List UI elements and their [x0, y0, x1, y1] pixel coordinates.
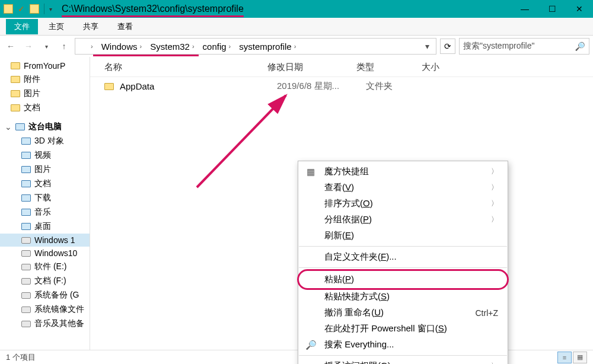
menu-item[interactable]: 分组依据(P)〉: [298, 212, 508, 228]
up-button[interactable]: ↑: [57, 39, 71, 53]
device-icon: [21, 194, 31, 202]
sidebar-item[interactable]: 系统备份 (G: [0, 288, 90, 302]
content-pane[interactable]: 名称 修改日期 类型 大小 AppData2019/6/8 星期...文件夹 ▦…: [90, 57, 593, 350]
file-row[interactable]: AppData2019/6/8 星期...文件夹: [90, 77, 593, 95]
sidebar-label: 这台电脑: [28, 122, 62, 132]
menu-item[interactable]: 刷新(E): [298, 228, 508, 244]
sidebar-item[interactable]: 桌面: [0, 219, 90, 234]
sidebar-item-label: 桌面: [34, 221, 51, 232]
folder-icon: [11, 90, 20, 97]
chevron-right-icon: 〉: [491, 361, 498, 364]
menu-item[interactable]: ▦魔方快捷组〉: [298, 164, 508, 180]
search-input[interactable]: 搜索"systemprofile" 🔍: [459, 38, 589, 55]
sidebar-item-label: 图片: [24, 88, 40, 99]
device-icon: [21, 152, 31, 159]
drive-icon: [21, 264, 31, 270]
sidebar-item-label: 图片: [34, 164, 51, 175]
tab-home[interactable]: 主页: [40, 19, 72, 34]
device-icon: [21, 166, 31, 173]
folder-icon-2: [30, 4, 39, 14]
chevron-right-icon: 〉: [491, 199, 498, 209]
menu-separator: [299, 355, 507, 356]
sidebar-item-label: 文档: [34, 178, 51, 189]
menu-item[interactable]: 排序方式(O)〉: [298, 196, 508, 212]
checkbox-icon[interactable]: ✓: [18, 4, 25, 14]
folder-icon: [11, 76, 20, 83]
sidebar-item[interactable]: 系统镜像文件: [0, 302, 90, 317]
sidebar-item[interactable]: 附件: [0, 72, 90, 87]
sidebar-item[interactable]: 文档: [0, 177, 90, 191]
sidebar-item[interactable]: 视频: [0, 148, 90, 162]
col-size[interactable]: 大小: [422, 62, 579, 73]
minimize-button[interactable]: —: [511, 0, 538, 18]
sidebar-item[interactable]: 3D 对象: [0, 134, 90, 148]
icons-view-button[interactable]: ▦: [573, 352, 587, 363]
maximize-button[interactable]: ☐: [538, 0, 566, 18]
details-view-button[interactable]: ≡: [557, 352, 572, 363]
dropdown-icon[interactable]: ▾: [49, 6, 52, 12]
menu-item[interactable]: 授予访问权限(G)〉: [298, 358, 508, 364]
nav-row: ← → ▾ ↑ › Windows› System32› config› sys…: [0, 36, 593, 57]
address-bar[interactable]: › Windows› System32› config› systemprofi…: [75, 38, 436, 55]
sidebar-item[interactable]: 文档: [0, 101, 90, 115]
menu-item[interactable]: 粘贴快捷方式(S): [298, 289, 508, 305]
menu-item-label: 排序方式(O): [324, 198, 373, 209]
sidebar-item-label: 3D 对象: [34, 136, 64, 146]
menu-item-label: 在此处打开 Powershell 窗口(S): [324, 323, 447, 334]
refresh-button[interactable]: ⟳: [440, 39, 455, 54]
sidebar-item[interactable]: FromYourP: [0, 59, 90, 72]
sidebar-item[interactable]: Windows 1: [0, 234, 90, 247]
window-controls: — ☐ ✕: [511, 0, 593, 18]
menu-item-label: 刷新(E): [324, 230, 354, 241]
sidebar-item[interactable]: 音乐: [0, 205, 90, 219]
column-headers[interactable]: 名称 修改日期 类型 大小: [90, 57, 593, 77]
sidebar-item[interactable]: 软件 (E:): [0, 260, 90, 274]
grid-icon: ▦: [305, 167, 316, 177]
col-date[interactable]: 修改日期: [267, 62, 356, 73]
crumb-windows[interactable]: Windows›: [98, 40, 146, 53]
menu-item[interactable]: 🔍搜索 Everything...: [298, 337, 508, 353]
file-name: AppData: [120, 81, 277, 91]
col-name[interactable]: 名称: [104, 62, 267, 73]
item-count: 1 个项目: [6, 352, 36, 363]
address-dropdown[interactable]: ▾: [420, 39, 433, 54]
sidebar-this-pc[interactable]: ⌄ 这台电脑: [0, 120, 90, 134]
tab-file[interactable]: 文件: [6, 19, 38, 34]
crumb-systemprofile[interactable]: systemprofile›: [235, 40, 299, 53]
back-button[interactable]: ←: [4, 39, 18, 53]
crumb-system32[interactable]: System32›: [146, 40, 197, 53]
menu-item-label: 自定义文件夹(F)...: [324, 251, 397, 263]
sidebar: FromYourP附件图片文档 ⌄ 这台电脑 3D 对象视频图片文档下载音乐桌面…: [0, 57, 90, 350]
folder-icon: [78, 43, 86, 50]
sidebar-item[interactable]: 下载: [0, 191, 90, 205]
sidebar-item-label: 视频: [34, 150, 51, 161]
tab-view[interactable]: 查看: [109, 19, 141, 34]
search-icon: 🔍: [575, 41, 585, 51]
sidebar-item[interactable]: 图片: [0, 87, 90, 101]
sidebar-item[interactable]: 图片: [0, 162, 90, 177]
menu-item-label: 魔方快捷组: [324, 166, 369, 177]
folder-icon: [104, 83, 114, 90]
sidebar-item[interactable]: 文档 (F:): [0, 274, 90, 288]
crumb-config[interactable]: config›: [199, 40, 235, 53]
menu-item[interactable]: 撤消 重命名(U)Ctrl+Z: [298, 305, 508, 321]
menu-item-label: 粘贴快捷方式(S): [324, 291, 390, 302]
menu-item[interactable]: 在此处打开 Powershell 窗口(S): [298, 321, 508, 337]
chevron-right-icon[interactable]: ›: [87, 41, 97, 51]
menu-item[interactable]: 自定义文件夹(F)...: [298, 249, 508, 265]
menu-item-label: 分组依据(P): [324, 214, 372, 225]
menu-item-label: 搜索 Everything...: [324, 339, 394, 350]
collapse-icon[interactable]: ⌄: [5, 122, 12, 132]
drive-icon: [21, 237, 31, 244]
sidebar-item[interactable]: Windows10: [0, 247, 90, 260]
recent-button[interactable]: ▾: [39, 39, 53, 53]
menu-item[interactable]: 粘贴(P): [298, 270, 508, 289]
close-button[interactable]: ✕: [566, 0, 593, 18]
sidebar-item[interactable]: 音乐及其他备: [0, 317, 90, 331]
folder-icon: [4, 4, 13, 14]
col-type[interactable]: 类型: [356, 62, 422, 73]
tab-share[interactable]: 共享: [75, 19, 107, 34]
annotation-underline: [93, 55, 199, 56]
forward-button[interactable]: →: [21, 39, 36, 53]
menu-item[interactable]: 查看(V)〉: [298, 180, 508, 196]
